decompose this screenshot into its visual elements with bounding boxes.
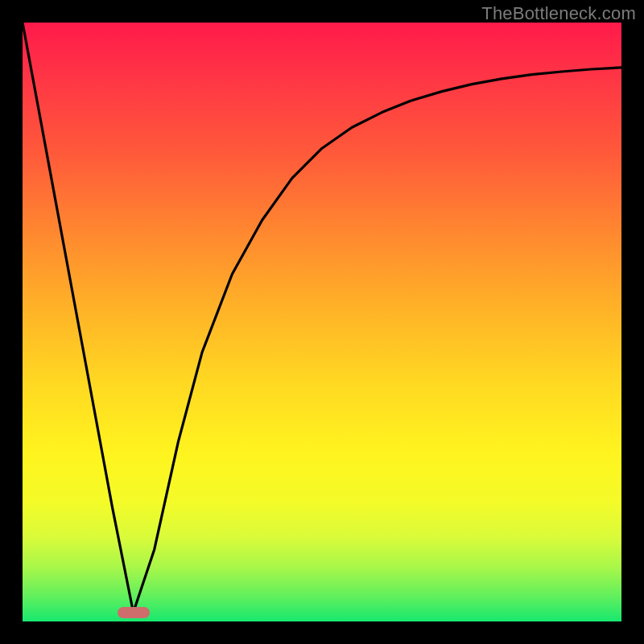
plot-area [23, 23, 621, 621]
watermark-text: TheBottleneck.com [481, 3, 636, 24]
optimal-point-marker [118, 607, 150, 618]
chart-frame: TheBottleneck.com [0, 0, 644, 644]
bottleneck-curve [23, 23, 621, 621]
